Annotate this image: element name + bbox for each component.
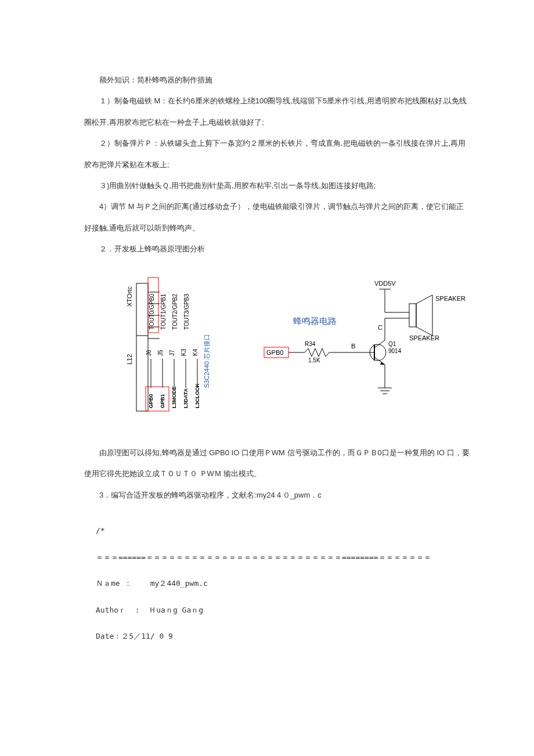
- section-3-heading: 3．编写合适开发板的蜂鸣器驱动程序，文献名:my24４０_pwm．c: [84, 485, 470, 506]
- label-xtortc: XTOrtc: [126, 286, 133, 306]
- document-page: 额外知识：简朴蜂鸣器的制作措施 １）制备电磁铁 M：在长约6厘米的铁螺栓上绕10…: [0, 0, 534, 685]
- code-line-1: /*: [96, 517, 470, 544]
- circuit-svg: XTOrtc L12 GPB0 GPB1 L3MODE L3DATA L3CLO…: [119, 272, 479, 423]
- label-q1v: 9014: [388, 348, 402, 354]
- svg-marker-28: [416, 295, 432, 336]
- step-2: ２）制备弹片Ｐ：从铁罐头盒上剪下一条宽约２厘米的长铁片，弯成直角,把电磁铁的一条…: [84, 133, 470, 175]
- label-vdd: VDD5V: [374, 280, 396, 287]
- label-tout2: TOUT2/GPB2: [172, 293, 178, 329]
- label-r34v: 1.5K: [308, 357, 320, 363]
- intro-text: 额外知识：简朴蜂鸣器的制作措施: [84, 70, 470, 91]
- label-chip: S3C2440 芯片接口: [203, 334, 210, 388]
- code-line-5: Date：２5／11/ 0 9: [96, 623, 470, 650]
- analysis-text: 由原理图可以得知,蜂鸣器是通过 GPB0 IO 口使用ＰWM 信号驱动工作的，而…: [84, 442, 470, 485]
- label-tout0: TOUT0/GPB0: [149, 293, 155, 329]
- label-speaker-bot: SPEAKER: [409, 334, 439, 341]
- label-l3mode: L3MODE: [171, 386, 177, 408]
- label-tout3: TOUT3/GPB3: [183, 293, 190, 329]
- label-gpb0-box: GPB0: [266, 349, 283, 356]
- code-line-4: Authoｒ : Ｈuaｎg Gaｎg: [96, 597, 470, 624]
- label-gpb0-pin: GPB0: [148, 394, 154, 408]
- circuit-diagram: XTOrtc L12 GPB0 GPB1 L3MODE L3DATA L3CLO…: [119, 272, 479, 431]
- svg-rect-0: [136, 283, 148, 411]
- label-speaker-top: SPEAKER: [435, 295, 466, 302]
- label-j5: J5: [157, 350, 164, 356]
- label-k4: K4: [192, 348, 199, 356]
- label-node-b: B: [351, 343, 355, 350]
- label-k3: K3: [181, 348, 187, 356]
- label-j6: J6: [146, 350, 152, 356]
- label-tout1: TOUT1/GPB1: [160, 293, 167, 329]
- label-j7: J7: [169, 350, 175, 356]
- diagram-title: 蜂鸣器电路: [293, 316, 337, 326]
- step-1: １）制备电磁铁 M：在长约6厘米的铁螺栓上绕100圈导线,线端留下5厘米作引线,…: [84, 91, 470, 133]
- step-4: 4）调节 M 与Ｐ之间的距离(通过移动盒子），使电磁铁能吸引弹片，调节触点与弹片…: [84, 196, 470, 239]
- svg-marker-20: [380, 362, 385, 365]
- code-block: /* ＝＝＝======＝＝＝＝＝＝＝＝＝＝＝＝＝＝＝＝＝＝＝＝＝＝＝＝＝＝==…: [84, 517, 470, 650]
- label-node-c: C: [378, 324, 383, 331]
- label-gpb1-pin: GPB1: [160, 394, 165, 408]
- label-l3data: L3DATA: [183, 388, 189, 408]
- svg-rect-27: [409, 304, 416, 327]
- label-l12: L12: [126, 354, 133, 364]
- section-2-heading: ２．开发板上蜂鸣器原理图分析: [84, 239, 470, 260]
- label-r34: R34: [305, 341, 316, 347]
- code-line-3: Ｎａme ： my２440_pwm.c: [96, 570, 470, 597]
- label-q1: Q1: [388, 341, 396, 347]
- step-3: ３)用曲别针做触头Ｑ,用书把曲别针垫高,用胶布粘牢,引出一条导线,如图连接好电路…: [84, 175, 470, 196]
- code-line-2: ＝＝＝======＝＝＝＝＝＝＝＝＝＝＝＝＝＝＝＝＝＝＝＝＝＝＝＝＝＝=====…: [96, 544, 470, 571]
